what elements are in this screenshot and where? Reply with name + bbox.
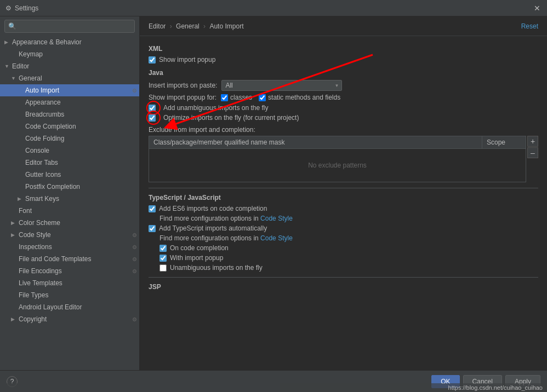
sidebar-item-console[interactable]: Console: [0, 145, 139, 157]
arrow-icon: ▶: [4, 39, 11, 45]
arrow-icon: ▶: [11, 220, 18, 226]
add-ts-checkbox[interactable]: [149, 225, 156, 232]
sidebar-item-editor[interactable]: ▼ Editor: [0, 60, 139, 72]
code-style-link-es6[interactable]: Code Style: [260, 215, 293, 222]
exclude-section: Exclude from import and completion: Clas…: [149, 126, 538, 182]
sidebar-item-appearance[interactable]: Appearance: [0, 96, 139, 108]
sidebar-item-appearance-behavior[interactable]: ▶ Appearance & Behavior: [0, 36, 139, 48]
arrow-icon: [18, 184, 24, 189]
show-import-popup-checkbox[interactable]: [149, 56, 156, 64]
code-style-link-ts[interactable]: Code Style: [260, 234, 293, 242]
footer-left: ?: [7, 376, 18, 387]
arrow-icon: [18, 148, 24, 153]
help-button[interactable]: ?: [7, 376, 18, 387]
sidebar-item-label: Code Style: [19, 231, 132, 239]
breadcrumb-part2: General: [176, 22, 200, 30]
sidebar-item-label: Console: [25, 147, 139, 154]
java-section-title: Java: [149, 69, 538, 77]
sidebar-item-smart-keys[interactable]: ▶ Smart Keys: [0, 193, 139, 205]
sidebar-item-android-layout-editor[interactable]: Android Layout Editor: [0, 301, 139, 313]
search-box[interactable]: 🔍: [4, 20, 135, 33]
sidebar-item-file-encodings[interactable]: File Encodings ⚙: [0, 265, 139, 277]
sidebar-item-label: Font: [19, 207, 139, 215]
with-import-popup-checkbox[interactable]: [159, 255, 167, 262]
apply-button[interactable]: Apply: [505, 375, 540, 388]
sidebar-item-live-templates[interactable]: Live Templates: [0, 277, 139, 289]
optimize-imports-highlight: [149, 114, 159, 122]
settings-icon-small: ⚙: [132, 244, 137, 250]
arrow-icon: [18, 172, 24, 177]
unambiguous-imports-ts-checkbox[interactable]: [159, 264, 167, 272]
arrow-icon: [18, 124, 24, 129]
sidebar-item-code-style[interactable]: ▶ Code Style ⚙: [0, 229, 139, 241]
add-exclude-button[interactable]: +: [527, 136, 538, 147]
reset-button[interactable]: Reset: [521, 22, 538, 30]
sidebar-item-label: Editor: [12, 62, 139, 70]
sidebar-item-copyright[interactable]: ▶ Copyright ⚙: [0, 313, 139, 325]
sidebar-item-label: Appearance & Behavior: [12, 38, 139, 46]
optimize-imports-checkbox[interactable]: [149, 114, 156, 122]
on-code-completion-label: On code completion: [170, 244, 229, 252]
arrow-icon: [18, 136, 24, 141]
arrow-icon: [11, 208, 18, 214]
sidebar-item-code-folding[interactable]: Code Folding: [0, 132, 139, 145]
cancel-button[interactable]: Cancel: [463, 375, 502, 388]
add-ts-label: Add TypeScript imports automatically: [159, 224, 267, 232]
sidebar-item-label: Editor Tabs: [25, 159, 139, 166]
sidebar-item-editor-tabs[interactable]: Editor Tabs: [0, 157, 139, 169]
add-unambiguous-checkbox[interactable]: [149, 105, 156, 112]
exclude-title: Exclude from import and completion:: [149, 126, 538, 134]
exclude-table: Class/package/member qualified name mask…: [149, 136, 526, 182]
arrow-icon: ▼: [11, 76, 18, 81]
sidebar-item-breadcrumbs[interactable]: Breadcrumbs: [0, 108, 139, 120]
settings-icon-small: ⚙: [132, 316, 137, 322]
main-content: Editor › General › Auto Import Reset XML…: [140, 16, 547, 370]
settings-icon-small: ⚙: [132, 256, 137, 262]
sidebar-item-label: Gutter Icons: [25, 171, 139, 178]
col-scope-header: Scope: [482, 136, 526, 148]
settings-icon: ⚙: [5, 4, 12, 12]
settings-tree: ▶ Appearance & Behavior Keymap ▼ Editor: [0, 36, 139, 370]
settings-sidebar: 🔍 ▶ Appearance & Behavior Keymap: [0, 16, 140, 370]
add-es6-checkbox[interactable]: [149, 205, 156, 212]
sidebar-item-postfix-completion[interactable]: Postfix Completion: [0, 181, 139, 193]
sidebar-item-font[interactable]: Font: [0, 205, 139, 217]
close-button[interactable]: ✕: [533, 4, 542, 13]
search-input[interactable]: [19, 22, 131, 30]
sidebar-item-inspections[interactable]: Inspections ⚙: [0, 241, 139, 253]
classes-checkbox[interactable]: [221, 94, 228, 101]
sidebar-item-keymap[interactable]: Keymap: [0, 48, 139, 60]
optimize-imports-row: Optimize imports on the fly (for current…: [149, 114, 538, 122]
sidebar-item-auto-import[interactable]: Auto Import ⚙: [0, 84, 139, 96]
static-methods-checkbox[interactable]: [259, 94, 266, 101]
sidebar-item-gutter-icons[interactable]: Gutter Icons: [0, 169, 139, 181]
ts-section-title: TypeScript / JavaScript: [149, 194, 538, 201]
insert-imports-dropdown[interactable]: All Ask None: [221, 80, 342, 91]
on-code-completion-checkbox[interactable]: [159, 245, 167, 252]
sidebar-item-label: Code Completion: [25, 123, 139, 130]
sidebar-item-label: Live Templates: [19, 279, 139, 287]
sidebar-item-label: Keymap: [19, 50, 139, 58]
sidebar-item-file-code-templates[interactable]: File and Code Templates ⚙: [0, 253, 139, 265]
sidebar-item-color-scheme[interactable]: ▶ Color Scheme: [0, 217, 139, 229]
sidebar-item-code-completion[interactable]: Code Completion: [0, 120, 139, 132]
arrow-icon: [11, 280, 18, 286]
arrow-icon: [18, 160, 24, 165]
add-ts-row: Add TypeScript imports automatically: [149, 224, 538, 232]
arrow-icon: [18, 112, 24, 117]
arrow-icon: [11, 268, 18, 274]
settings-icon-small: ⚙: [132, 268, 137, 274]
breadcrumb-part3: Auto Import: [209, 22, 243, 30]
optimize-imports-label: Optimize imports on the fly (for current…: [163, 114, 299, 122]
insert-imports-row: Insert imports on paste: All Ask None: [149, 80, 538, 91]
find-more-ts-prefix: Find more configuration options in: [159, 234, 260, 242]
sidebar-item-general[interactable]: ▼ General: [0, 72, 139, 84]
search-icon: 🔍: [8, 22, 16, 30]
sidebar-item-file-types[interactable]: File Types: [0, 289, 139, 301]
content-body: XML Show import popup Java Insert import…: [140, 36, 547, 370]
ok-button[interactable]: OK: [431, 375, 459, 388]
content-header: Editor › General › Auto Import Reset: [140, 16, 547, 36]
sidebar-item-label: Copyright: [19, 315, 132, 323]
add-unambiguous-label: Add unambiguous imports on the fly: [163, 104, 268, 112]
remove-exclude-button[interactable]: –: [527, 147, 538, 158]
